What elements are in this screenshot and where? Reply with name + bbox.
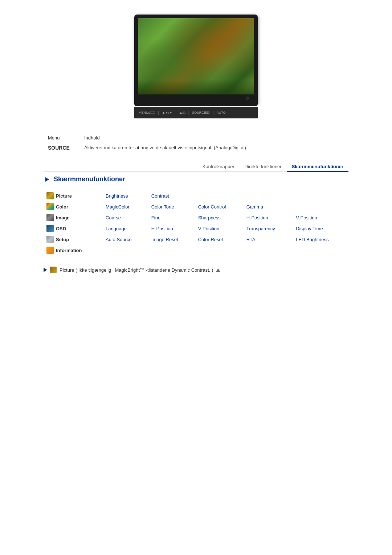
table-row: SOURCE Aktiverer indikatoren for at angi…	[44, 143, 348, 153]
info-table-section: Menu Indhold SOURCE Aktiverer indikatore…	[44, 133, 348, 153]
power-led	[246, 97, 249, 100]
info-empty4	[244, 245, 293, 256]
osd-displaytime[interactable]: Display Time	[293, 223, 348, 234]
category-color: Color	[44, 201, 103, 212]
info-empty2	[148, 245, 195, 256]
color-control[interactable]: Color Control	[195, 201, 244, 212]
menu-item-source: SOURCE	[44, 143, 80, 153]
ctrl-divider-4: |	[213, 111, 214, 115]
info-table: Menu Indhold SOURCE Aktiverer indikatore…	[44, 133, 348, 153]
source-button-label: SOURCE/⊡	[192, 111, 210, 114]
osd-label: OSD	[56, 226, 66, 231]
picture-icon	[46, 192, 54, 199]
brightness-button-label: ▲▼/▼	[162, 111, 172, 114]
tab-skaermmenufunktioner[interactable]: Skærmmenufunktioner	[287, 164, 348, 172]
category-picture: Picture	[44, 190, 103, 201]
picture-contrast[interactable]: Contrast	[148, 190, 195, 201]
col-header-content: Indhold	[80, 133, 348, 143]
menu-button-label: MENU/□□□	[139, 111, 155, 114]
osd-language[interactable]: Language	[103, 223, 148, 234]
picture-label: Picture	[56, 193, 72, 199]
osd-icon	[46, 225, 54, 232]
osd-vposition[interactable]: V-Position	[195, 223, 244, 234]
picture-empty1	[195, 190, 244, 201]
color-tone[interactable]: Color Tone	[148, 201, 195, 212]
table-row: Setup Auto Source Image Reset Color Rese…	[44, 234, 348, 245]
info-label: Information	[56, 248, 82, 253]
table-row: Picture Brightness Contrast	[44, 190, 348, 201]
image-fine[interactable]: Fine	[148, 212, 195, 223]
monitor-frame	[134, 15, 258, 104]
osd-hposition[interactable]: H-Position	[148, 223, 195, 234]
image-coarse[interactable]: Coarse	[103, 212, 148, 223]
source-label: SOURCE	[48, 145, 70, 151]
col-header-menu: Menu	[44, 133, 80, 143]
info-empty5	[293, 245, 348, 256]
table-row: Color MagicColor Color Tone Color Contro…	[44, 201, 348, 212]
setup-rta[interactable]: RTA	[244, 234, 293, 245]
bottom-note: Picture ( Ikke tilgængelig i MagicBright…	[44, 267, 348, 273]
monitor-control-bar: MENU/□□□ | ▲▼/▼ | ▲/□ | SOURCE/⊡ | AUTO	[134, 107, 258, 118]
tab-kontrolknapper[interactable]: Kontrolknapper	[197, 164, 240, 169]
menu-functions-section: Skærmmenufunktioner Picture Brightness C…	[44, 175, 348, 256]
table-row: Image Coarse Fine Sharpness H-Position V…	[44, 212, 348, 223]
auto-button-label: AUTO	[217, 111, 226, 114]
setup-icon	[46, 236, 54, 243]
image-icon	[46, 214, 54, 221]
color-empty	[293, 201, 348, 212]
monitor-screen	[138, 18, 254, 94]
monitor-bezel-bottom	[138, 94, 254, 102]
image-vposition[interactable]: V-Position	[293, 212, 348, 223]
bottom-note-text: Picture ( Ikke tilgængelig i MagicBright…	[60, 267, 220, 273]
image-sharpness[interactable]: Sharpness	[195, 212, 244, 223]
tab-direkte-funktioner[interactable]: Direkte funktioner	[240, 164, 287, 169]
picture-empty2	[244, 190, 293, 201]
section-title: Skærmmenufunktioner	[54, 175, 125, 183]
triangle-up-icon	[216, 268, 220, 272]
setup-colorreset[interactable]: Color Reset	[195, 234, 244, 245]
monitor-stand	[134, 104, 258, 106]
arrow-right-icon	[45, 177, 49, 182]
section-title-row: Skærmmenufunktioner	[44, 175, 348, 183]
source-content: Aktiverer indikatoren for at angive de a…	[80, 143, 348, 153]
image-hposition[interactable]: H-Position	[244, 212, 293, 223]
nav-tabs: Kontrolknapper Direkte funktioner Skærmm…	[44, 164, 348, 172]
category-information: Information	[44, 245, 103, 256]
section-arrow-icon	[44, 176, 51, 183]
info-empty1	[103, 245, 148, 256]
menu-grid: Picture Brightness Contrast Color	[44, 190, 348, 256]
picture-empty3	[293, 190, 348, 201]
color-magiccolor[interactable]: MagicColor	[103, 201, 148, 212]
color-icon	[46, 203, 54, 210]
bottom-picture-icon	[50, 267, 57, 273]
setup-autosource[interactable]: Auto Source	[103, 234, 148, 245]
monitor-display: MENU/□□□ | ▲▼/▼ | ▲/□ | SOURCE/⊡ | AUTO	[22, 15, 370, 118]
table-row: Information	[44, 245, 348, 256]
color-label: Color	[56, 204, 68, 210]
category-setup: Setup	[44, 234, 103, 245]
picture-brightness[interactable]: Brightness	[103, 190, 148, 201]
color-gamma[interactable]: Gamma	[244, 201, 293, 212]
ctrl-divider-3: |	[188, 111, 189, 115]
info-empty3	[195, 245, 244, 256]
setup-imagereset[interactable]: Image Reset	[148, 234, 195, 245]
ctrl-divider-2: |	[175, 111, 176, 115]
image-label: Image	[56, 215, 70, 220]
setup-label: Setup	[56, 237, 69, 242]
volume-button-label: ▲/□	[179, 111, 185, 114]
bottom-arrow-icon	[44, 268, 47, 272]
info-icon	[46, 247, 54, 254]
table-row: OSD Language H-Position V-Position Trans…	[44, 223, 348, 234]
note-text-content: Picture ( Ikke tilgængelig i MagicBright…	[60, 267, 213, 273]
category-osd: OSD	[44, 223, 103, 234]
ctrl-divider-1: |	[158, 111, 159, 115]
setup-led-brightness[interactable]: LED Brightness	[293, 234, 348, 245]
category-image: Image	[44, 212, 103, 223]
osd-transparency[interactable]: Transparency	[244, 223, 293, 234]
